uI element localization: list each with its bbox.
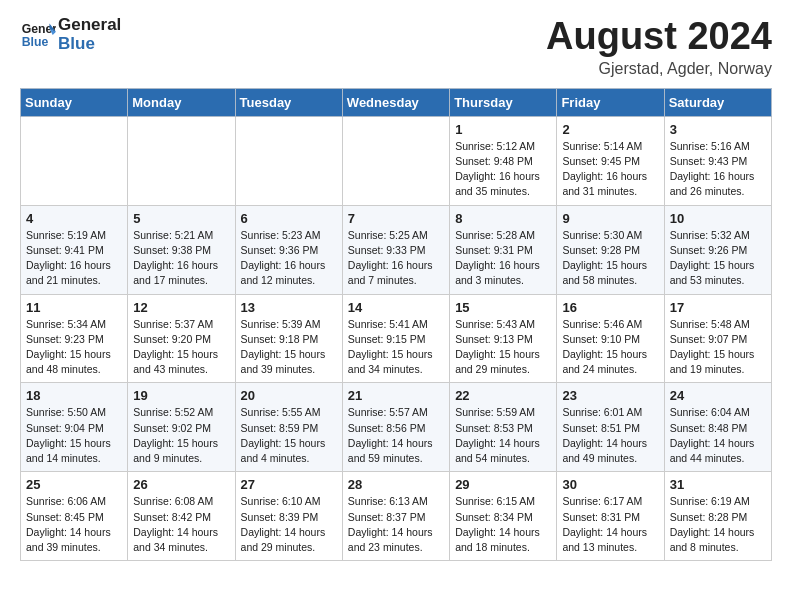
calendar-cell: 10Sunrise: 5:32 AM Sunset: 9:26 PM Dayli…	[664, 205, 771, 294]
weekday-header-wednesday: Wednesday	[342, 88, 449, 116]
day-number: 1	[455, 122, 551, 137]
day-info: Sunrise: 5:12 AM Sunset: 9:48 PM Dayligh…	[455, 139, 551, 200]
day-number: 16	[562, 300, 658, 315]
day-number: 6	[241, 211, 337, 226]
day-number: 28	[348, 477, 444, 492]
day-info: Sunrise: 6:06 AM Sunset: 8:45 PM Dayligh…	[26, 494, 122, 555]
calendar-cell: 14Sunrise: 5:41 AM Sunset: 9:15 PM Dayli…	[342, 294, 449, 383]
header: General Blue General Blue August 2024 Gj…	[20, 16, 772, 78]
day-info: Sunrise: 5:32 AM Sunset: 9:26 PM Dayligh…	[670, 228, 766, 289]
calendar-cell: 29Sunrise: 6:15 AM Sunset: 8:34 PM Dayli…	[450, 472, 557, 561]
calendar-week-3: 11Sunrise: 5:34 AM Sunset: 9:23 PM Dayli…	[21, 294, 772, 383]
page: General Blue General Blue August 2024 Gj…	[0, 0, 792, 577]
day-info: Sunrise: 5:23 AM Sunset: 9:36 PM Dayligh…	[241, 228, 337, 289]
calendar-cell: 7Sunrise: 5:25 AM Sunset: 9:33 PM Daylig…	[342, 205, 449, 294]
day-info: Sunrise: 6:04 AM Sunset: 8:48 PM Dayligh…	[670, 405, 766, 466]
calendar-cell: 4Sunrise: 5:19 AM Sunset: 9:41 PM Daylig…	[21, 205, 128, 294]
calendar-week-2: 4Sunrise: 5:19 AM Sunset: 9:41 PM Daylig…	[21, 205, 772, 294]
day-number: 27	[241, 477, 337, 492]
day-number: 13	[241, 300, 337, 315]
day-number: 4	[26, 211, 122, 226]
day-number: 25	[26, 477, 122, 492]
day-number: 31	[670, 477, 766, 492]
day-info: Sunrise: 5:43 AM Sunset: 9:13 PM Dayligh…	[455, 317, 551, 378]
day-info: Sunrise: 6:08 AM Sunset: 8:42 PM Dayligh…	[133, 494, 229, 555]
logo-icon: General Blue	[20, 17, 56, 53]
calendar-cell: 5Sunrise: 5:21 AM Sunset: 9:38 PM Daylig…	[128, 205, 235, 294]
day-number: 7	[348, 211, 444, 226]
day-number: 29	[455, 477, 551, 492]
calendar-cell: 1Sunrise: 5:12 AM Sunset: 9:48 PM Daylig…	[450, 116, 557, 205]
calendar-cell: 28Sunrise: 6:13 AM Sunset: 8:37 PM Dayli…	[342, 472, 449, 561]
day-info: Sunrise: 5:25 AM Sunset: 9:33 PM Dayligh…	[348, 228, 444, 289]
calendar-week-1: 1Sunrise: 5:12 AM Sunset: 9:48 PM Daylig…	[21, 116, 772, 205]
day-number: 24	[670, 388, 766, 403]
day-info: Sunrise: 5:37 AM Sunset: 9:20 PM Dayligh…	[133, 317, 229, 378]
logo-line2: Blue	[58, 35, 121, 54]
day-number: 17	[670, 300, 766, 315]
calendar-cell: 27Sunrise: 6:10 AM Sunset: 8:39 PM Dayli…	[235, 472, 342, 561]
day-info: Sunrise: 5:41 AM Sunset: 9:15 PM Dayligh…	[348, 317, 444, 378]
calendar-header-row: SundayMondayTuesdayWednesdayThursdayFrid…	[21, 88, 772, 116]
calendar-cell	[235, 116, 342, 205]
day-info: Sunrise: 5:46 AM Sunset: 9:10 PM Dayligh…	[562, 317, 658, 378]
weekday-header-tuesday: Tuesday	[235, 88, 342, 116]
day-info: Sunrise: 6:15 AM Sunset: 8:34 PM Dayligh…	[455, 494, 551, 555]
day-info: Sunrise: 5:55 AM Sunset: 8:59 PM Dayligh…	[241, 405, 337, 466]
calendar-cell: 18Sunrise: 5:50 AM Sunset: 9:04 PM Dayli…	[21, 383, 128, 472]
calendar-cell: 31Sunrise: 6:19 AM Sunset: 8:28 PM Dayli…	[664, 472, 771, 561]
day-number: 3	[670, 122, 766, 137]
day-info: Sunrise: 6:01 AM Sunset: 8:51 PM Dayligh…	[562, 405, 658, 466]
weekday-header-monday: Monday	[128, 88, 235, 116]
day-info: Sunrise: 5:52 AM Sunset: 9:02 PM Dayligh…	[133, 405, 229, 466]
day-number: 12	[133, 300, 229, 315]
day-number: 9	[562, 211, 658, 226]
weekday-header-thursday: Thursday	[450, 88, 557, 116]
calendar-cell: 3Sunrise: 5:16 AM Sunset: 9:43 PM Daylig…	[664, 116, 771, 205]
day-info: Sunrise: 6:19 AM Sunset: 8:28 PM Dayligh…	[670, 494, 766, 555]
day-info: Sunrise: 6:17 AM Sunset: 8:31 PM Dayligh…	[562, 494, 658, 555]
title-block: August 2024 Gjerstad, Agder, Norway	[546, 16, 772, 78]
day-number: 2	[562, 122, 658, 137]
day-info: Sunrise: 5:14 AM Sunset: 9:45 PM Dayligh…	[562, 139, 658, 200]
day-number: 23	[562, 388, 658, 403]
weekday-header-sunday: Sunday	[21, 88, 128, 116]
calendar-cell: 2Sunrise: 5:14 AM Sunset: 9:45 PM Daylig…	[557, 116, 664, 205]
calendar-cell: 20Sunrise: 5:55 AM Sunset: 8:59 PM Dayli…	[235, 383, 342, 472]
calendar-cell: 21Sunrise: 5:57 AM Sunset: 8:56 PM Dayli…	[342, 383, 449, 472]
logo-line1: General	[58, 16, 121, 35]
calendar-cell: 26Sunrise: 6:08 AM Sunset: 8:42 PM Dayli…	[128, 472, 235, 561]
day-number: 21	[348, 388, 444, 403]
day-info: Sunrise: 5:28 AM Sunset: 9:31 PM Dayligh…	[455, 228, 551, 289]
day-number: 11	[26, 300, 122, 315]
calendar-cell: 16Sunrise: 5:46 AM Sunset: 9:10 PM Dayli…	[557, 294, 664, 383]
day-info: Sunrise: 5:16 AM Sunset: 9:43 PM Dayligh…	[670, 139, 766, 200]
calendar-week-4: 18Sunrise: 5:50 AM Sunset: 9:04 PM Dayli…	[21, 383, 772, 472]
logo: General Blue General Blue	[20, 16, 121, 53]
day-info: Sunrise: 5:30 AM Sunset: 9:28 PM Dayligh…	[562, 228, 658, 289]
day-number: 15	[455, 300, 551, 315]
day-number: 30	[562, 477, 658, 492]
calendar-table: SundayMondayTuesdayWednesdayThursdayFrid…	[20, 88, 772, 561]
svg-text:Blue: Blue	[22, 35, 49, 49]
calendar-cell: 8Sunrise: 5:28 AM Sunset: 9:31 PM Daylig…	[450, 205, 557, 294]
day-number: 5	[133, 211, 229, 226]
day-info: Sunrise: 5:19 AM Sunset: 9:41 PM Dayligh…	[26, 228, 122, 289]
calendar-cell: 6Sunrise: 5:23 AM Sunset: 9:36 PM Daylig…	[235, 205, 342, 294]
calendar-cell: 19Sunrise: 5:52 AM Sunset: 9:02 PM Dayli…	[128, 383, 235, 472]
calendar-cell: 9Sunrise: 5:30 AM Sunset: 9:28 PM Daylig…	[557, 205, 664, 294]
day-number: 18	[26, 388, 122, 403]
subtitle: Gjerstad, Agder, Norway	[546, 60, 772, 78]
calendar-cell: 24Sunrise: 6:04 AM Sunset: 8:48 PM Dayli…	[664, 383, 771, 472]
calendar-cell: 25Sunrise: 6:06 AM Sunset: 8:45 PM Dayli…	[21, 472, 128, 561]
calendar-cell	[342, 116, 449, 205]
day-number: 14	[348, 300, 444, 315]
day-info: Sunrise: 6:10 AM Sunset: 8:39 PM Dayligh…	[241, 494, 337, 555]
calendar-week-5: 25Sunrise: 6:06 AM Sunset: 8:45 PM Dayli…	[21, 472, 772, 561]
calendar-cell: 15Sunrise: 5:43 AM Sunset: 9:13 PM Dayli…	[450, 294, 557, 383]
day-number: 19	[133, 388, 229, 403]
weekday-header-saturday: Saturday	[664, 88, 771, 116]
calendar-cell: 30Sunrise: 6:17 AM Sunset: 8:31 PM Dayli…	[557, 472, 664, 561]
calendar-cell: 11Sunrise: 5:34 AM Sunset: 9:23 PM Dayli…	[21, 294, 128, 383]
day-info: Sunrise: 5:57 AM Sunset: 8:56 PM Dayligh…	[348, 405, 444, 466]
